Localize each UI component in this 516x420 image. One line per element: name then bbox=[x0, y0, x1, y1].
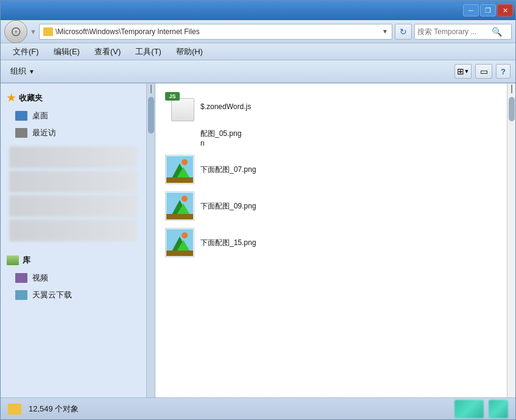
blurred-item-1 bbox=[9, 146, 138, 168]
file-name: 下面配图_07.png bbox=[200, 165, 256, 175]
blurred-items bbox=[1, 144, 146, 246]
address-input[interactable]: \Microsoft\Windows\Temporary Internet Fi… bbox=[39, 24, 392, 40]
file-name: $.zonedWord.js bbox=[200, 102, 251, 111]
file-name-line2: n bbox=[200, 139, 241, 148]
svg-point-3 bbox=[182, 159, 188, 165]
svg-rect-14 bbox=[166, 251, 193, 256]
blurred-item-3 bbox=[9, 195, 138, 217]
organize-label: 组织 bbox=[10, 66, 26, 77]
blurred-item-2 bbox=[9, 171, 138, 193]
explorer-window: ─ ❐ ✕ ⊙ ▼ \Microsoft\Windows\Temporary I… bbox=[0, 0, 516, 420]
file-name: 下面配图_15.png bbox=[200, 238, 256, 248]
png-thumbnail bbox=[165, 155, 194, 184]
menu-file[interactable]: 文件(F) bbox=[5, 44, 46, 60]
video-label: 视频 bbox=[32, 272, 48, 283]
library-icon bbox=[7, 255, 19, 265]
nav-buttons: ⊙ ▼ bbox=[4, 20, 37, 43]
pane-button[interactable]: ▭ bbox=[475, 64, 492, 79]
search-box[interactable]: 🔍 bbox=[414, 24, 512, 40]
png-thumbnail bbox=[165, 191, 194, 221]
favorites-section: ★ 收藏夹 桌面 最近访 bbox=[1, 88, 146, 141]
search-icon[interactable]: 🔍 bbox=[492, 27, 502, 37]
organize-arrow: ▼ bbox=[29, 68, 35, 75]
menu-help[interactable]: 帮助(H) bbox=[169, 44, 210, 60]
toolbar: 组织 ▼ ⊞ ▼ ▭ ? bbox=[1, 60, 515, 84]
library-section: 库 视频 天翼云下载 bbox=[1, 251, 146, 304]
blurred-item-4 bbox=[9, 219, 138, 241]
mountain-svg bbox=[166, 229, 193, 256]
js-file-icon: JS bbox=[165, 92, 194, 121]
status-bar: 12,549 个对象 bbox=[1, 397, 515, 419]
file-name: 下面配图_09.png bbox=[200, 201, 256, 212]
desktop-label: 桌面 bbox=[32, 110, 48, 121]
file-area-scrollbar[interactable] bbox=[507, 84, 515, 397]
svg-point-13 bbox=[182, 232, 188, 238]
library-header[interactable]: 库 bbox=[1, 251, 146, 269]
search-input[interactable] bbox=[417, 27, 490, 36]
grid-icon: ⊞ bbox=[457, 66, 464, 76]
list-item[interactable]: 配图_05.png n bbox=[160, 125, 502, 151]
teal-decoration bbox=[454, 400, 484, 418]
star-icon: ★ bbox=[7, 92, 15, 104]
download-icon bbox=[15, 290, 27, 300]
sidebar: ★ 收藏夹 桌面 最近访 bbox=[1, 84, 147, 397]
favorites-label: 收藏夹 bbox=[19, 93, 43, 104]
address-bar: ⊙ ▼ \Microsoft\Windows\Temporary Interne… bbox=[1, 20, 515, 43]
minimize-button[interactable]: ─ bbox=[463, 4, 479, 16]
js-badge: JS bbox=[165, 92, 180, 101]
sidebar-scrollbar[interactable] bbox=[147, 84, 155, 397]
pane-icon: ▭ bbox=[480, 66, 488, 76]
list-item[interactable]: 下面配图_09.png bbox=[160, 188, 502, 224]
folder-icon bbox=[43, 27, 53, 36]
js-paper bbox=[171, 98, 194, 121]
restore-button[interactable]: ❐ bbox=[480, 4, 496, 16]
sidebar-item-video[interactable]: 视频 bbox=[1, 269, 146, 287]
favorites-header[interactable]: ★ 收藏夹 bbox=[1, 88, 146, 107]
list-item[interactable]: JS $.zonedWord.js bbox=[160, 88, 502, 125]
sidebar-scrollbar-thumb[interactable] bbox=[148, 97, 154, 133]
status-right bbox=[454, 400, 508, 418]
status-folder-icon bbox=[8, 404, 21, 415]
download-label: 天翼云下载 bbox=[32, 290, 72, 301]
list-item[interactable]: 下面配图_15.png bbox=[160, 224, 502, 261]
close-button[interactable]: ✕ bbox=[497, 4, 513, 16]
library-label: 库 bbox=[23, 255, 30, 266]
status-count: 12,549 个对象 bbox=[29, 404, 79, 415]
sidebar-item-desktop[interactable]: 桌面 bbox=[1, 107, 146, 124]
recent-label: 最近访 bbox=[32, 127, 56, 138]
file-area: JS $.zonedWord.js 配图_05.png n bbox=[155, 84, 507, 397]
desktop-icon bbox=[15, 111, 27, 121]
organize-button[interactable]: 组织 ▼ bbox=[5, 63, 40, 79]
menu-tools[interactable]: 工具(T) bbox=[128, 44, 169, 60]
main-area: ★ 收藏夹 桌面 最近访 bbox=[1, 84, 515, 397]
back-button[interactable]: ⊙ bbox=[4, 20, 27, 43]
help-button[interactable]: ? bbox=[496, 64, 511, 79]
refresh-button[interactable]: ↻ bbox=[395, 24, 412, 40]
png-thumbnail bbox=[165, 228, 194, 257]
dropdown-arrow[interactable]: ▼ bbox=[382, 28, 388, 35]
file-name-line1: 配图_05.png bbox=[200, 129, 241, 139]
menu-bar: 文件(F) 编辑(E) 查看(V) 工具(T) 帮助(H) bbox=[1, 43, 515, 60]
menu-edit[interactable]: 编辑(E) bbox=[46, 44, 87, 60]
view-dropdown-button[interactable]: ⊞ ▼ bbox=[454, 64, 472, 79]
png-text-content: 配图_05.png n bbox=[200, 129, 241, 148]
sidebar-item-recent[interactable]: 最近访 bbox=[1, 124, 146, 141]
svg-point-8 bbox=[182, 196, 188, 202]
svg-rect-4 bbox=[166, 177, 193, 183]
window-controls: ─ ❐ ✕ bbox=[463, 4, 513, 16]
svg-rect-9 bbox=[166, 214, 193, 219]
mountain-svg bbox=[166, 156, 193, 183]
mountain-svg bbox=[166, 193, 193, 219]
sidebar-item-download[interactable]: 天翼云下载 bbox=[1, 287, 146, 304]
video-icon bbox=[15, 273, 27, 283]
title-bar: ─ ❐ ✕ bbox=[1, 1, 515, 20]
menu-view[interactable]: 查看(V) bbox=[87, 44, 128, 60]
teal-decoration-2 bbox=[489, 400, 508, 418]
toolbar-right: ⊞ ▼ ▭ ? bbox=[454, 64, 511, 79]
file-scrollbar-thumb[interactable] bbox=[509, 97, 515, 121]
recent-icon bbox=[15, 128, 27, 138]
list-item[interactable]: 下面配图_07.png bbox=[160, 151, 502, 188]
address-path: \Microsoft\Windows\Temporary Internet Fi… bbox=[55, 27, 200, 36]
